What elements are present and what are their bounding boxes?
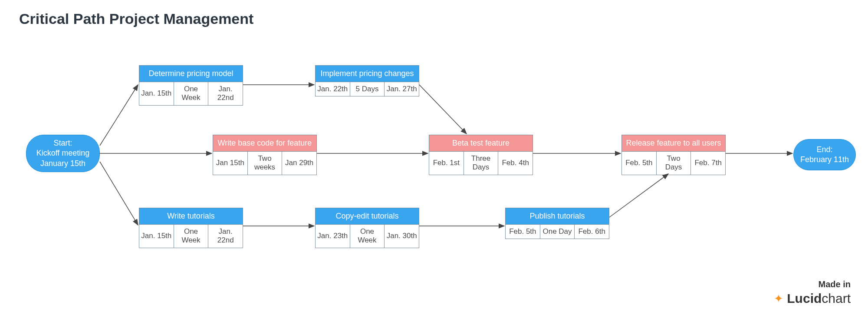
end-node: End: February 11th [793,139,856,170]
task-header: Write tutorials [139,208,243,225]
task-end: Jan. 22nd [208,82,243,105]
task-duration: 5 Days [350,82,385,96]
task-release-feature: Release feature to all users Feb. 5th Tw… [621,135,726,175]
end-line1: End: [800,145,849,155]
task-duration: One Week [174,225,209,248]
task-start: Feb. 5th [622,152,657,175]
task-determine-pricing: Determine pricing model Jan. 15th One We… [139,65,243,106]
svg-line-5 [419,85,467,134]
start-node: Start: Kickoff meeting January 15th [26,135,100,172]
lucidchart-logo: ✦ Lucidchart [774,291,851,306]
task-end: Jan. 30th [385,225,419,248]
task-duration: Two weeks [248,152,283,175]
task-duration: Two Days [657,152,691,175]
task-start: Jan. 22th [316,82,350,96]
task-start: Jan. 15th [139,225,174,248]
task-duration: Three Days [464,152,499,175]
brand-light: chart [822,291,851,305]
task-header: Release feature to all users [622,135,725,152]
task-end: Feb. 4th [498,152,533,175]
task-implement-pricing: Implement pricing changes Jan. 22th 5 Da… [315,65,419,96]
start-line1: Start: [36,138,90,148]
task-end: Feb. 6th [575,225,609,239]
task-header: Beta test feature [429,135,533,152]
task-duration: One Week [174,82,209,105]
svg-line-1 [100,85,138,146]
page-title: Critical Path Project Management [19,10,253,27]
footer-attribution: Made in ✦ Lucidchart [774,279,851,306]
task-start: Jan. 23th [316,225,350,248]
lucidchart-icon: ✦ [774,292,783,305]
task-beta-test: Beta test feature Feb. 1st Three Days Fe… [429,135,533,175]
end-line2: February 11th [800,155,849,165]
task-end: Feb. 7th [691,152,725,175]
task-header: Write base code for feature [213,135,316,152]
task-header: Implement pricing changes [316,66,419,82]
start-line2: Kickoff meeting [36,148,90,158]
made-in-label: Made in [774,279,851,289]
task-start: Jan. 15th [139,82,174,105]
task-header: Publish tutorials [506,208,609,225]
task-end: Jan. 22nd [208,225,243,248]
task-write-base-code: Write base code for feature Jan 15th Two… [213,135,317,175]
task-end: Jan 29th [282,152,316,175]
task-start: Jan 15th [213,152,248,175]
task-end: Jan. 27th [385,82,419,96]
task-start: Feb. 1st [429,152,464,175]
svg-line-11 [609,174,668,217]
task-start: Feb. 5th [506,225,540,239]
task-publish-tutorials: Publish tutorials Feb. 5th One Day Feb. … [505,208,609,239]
brand-bold: Lucid [787,291,822,305]
task-header: Copy-edit tutorials [316,208,419,225]
start-line3: January 15th [36,159,90,169]
task-write-tutorials: Write tutorials Jan. 15th One Week Jan. … [139,208,243,248]
task-duration: One Day [540,225,575,239]
svg-line-3 [100,162,138,225]
task-header: Determine pricing model [139,66,243,82]
task-duration: One Week [350,225,385,248]
task-copy-edit: Copy-edit tutorials Jan. 23th One Week J… [315,208,419,248]
